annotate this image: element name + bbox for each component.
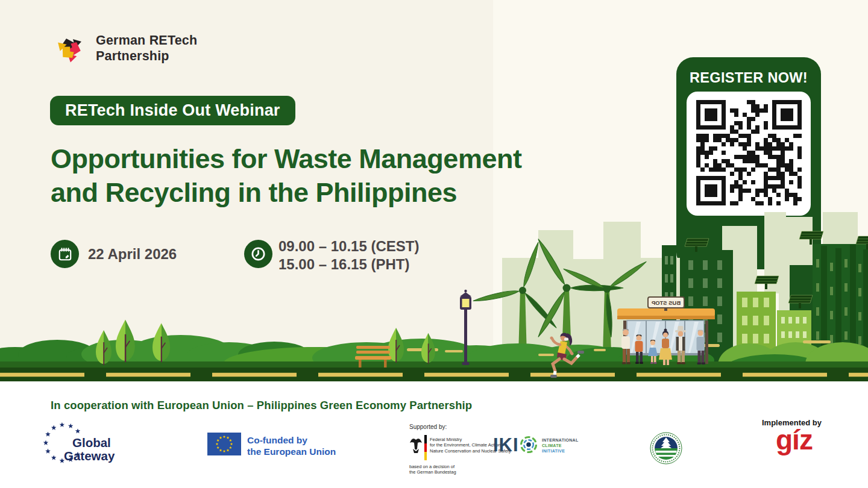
brand-name: German RETech Partnership <box>96 33 197 64</box>
event-type-badge: RETech Inside Out Webinar <box>50 96 295 125</box>
street-lamp <box>460 290 471 365</box>
badge-label: RETech Inside Out Webinar <box>65 101 280 120</box>
svg-text:Gateway: Gateway <box>64 449 115 463</box>
denr-seal-icon <box>650 432 682 465</box>
svg-text:Global: Global <box>72 436 111 449</box>
iki-circles-icon <box>520 436 538 454</box>
giz-logo: gíz <box>776 424 813 456</box>
event-date: 22 April 2026 <box>88 245 177 263</box>
global-gateway-logo: Global Gateway <box>43 419 176 474</box>
eu-cofunded-label: Co-funded by the European Union <box>247 435 336 458</box>
iki-abbr: IKI <box>493 434 519 456</box>
eu-flag-icon <box>207 433 241 455</box>
footer: In cooperation with European Union – Phi… <box>0 381 868 488</box>
tree <box>96 319 435 365</box>
qr-code[interactable] <box>687 92 811 216</box>
bundestag-note: based on a decision of the German Bundes… <box>409 464 456 475</box>
calendar-icon <box>51 240 79 268</box>
webinar-poster: German RETech Partnership RETech Inside … <box>0 0 868 488</box>
supported-by-label: Supported by: <box>409 424 447 430</box>
page-title: Opportunities for Waste Management and R… <box>51 142 521 210</box>
park-bench <box>355 346 391 368</box>
german-flag-stripe <box>424 435 427 460</box>
cooperation-note: In cooperation with European Union – Phi… <box>51 399 472 412</box>
federal-eagle-icon <box>409 434 423 455</box>
event-time: 09.00 – 10.15 (CEST) 15.00 – 16.15 (PHT) <box>278 237 419 274</box>
brand-logo: German RETech Partnership <box>51 31 197 65</box>
clock-icon <box>244 240 272 268</box>
recycling-icon <box>51 31 89 65</box>
register-cta: REGISTER NOW! <box>676 70 821 86</box>
register-panel[interactable]: REGISTER NOW! <box>676 57 821 269</box>
iki-name: INTERNATIONAL CLIMATE INITIATIVE <box>542 437 579 454</box>
